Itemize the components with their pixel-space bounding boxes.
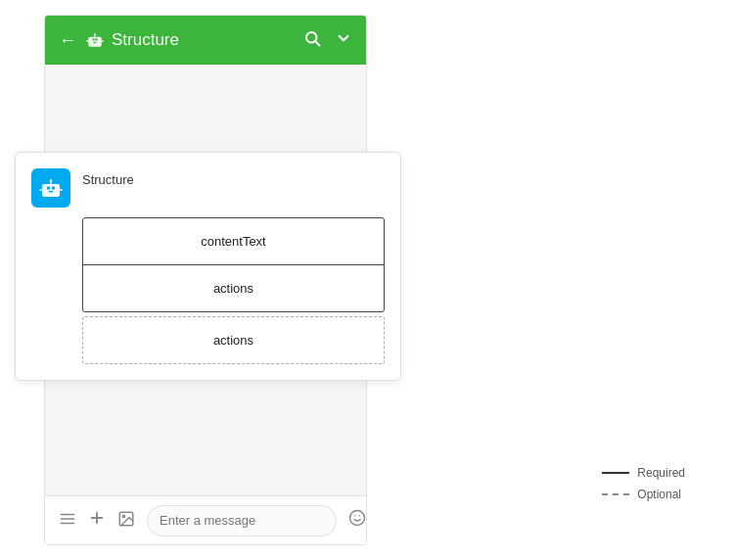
search-icon[interactable] <box>303 29 321 52</box>
svg-rect-23 <box>49 191 54 193</box>
svg-rect-20 <box>42 184 60 197</box>
header-title: Structure <box>112 30 303 50</box>
content-text-item: contentText <box>83 218 384 264</box>
structure-card-header: Structure <box>31 168 385 208</box>
required-label: Required <box>637 466 685 480</box>
menu-icon[interactable] <box>59 510 76 532</box>
svg-rect-22 <box>52 187 55 190</box>
svg-point-5 <box>94 33 96 35</box>
actions-solid-item: actions <box>83 264 384 311</box>
add-icon[interactable] <box>88 509 106 532</box>
svg-rect-2 <box>95 38 97 40</box>
image-icon[interactable] <box>117 510 135 532</box>
message-input[interactable] <box>147 505 337 537</box>
actions-dashed-item: actions <box>82 316 385 364</box>
svg-rect-3 <box>93 42 96 43</box>
legend-required: Required <box>602 466 685 480</box>
phone-header: ← Structure <box>45 16 366 65</box>
svg-point-25 <box>50 179 52 181</box>
structure-content-area: contentText actions actions <box>82 217 385 364</box>
structure-card-label: Structure <box>82 168 134 187</box>
solid-border-group: contentText actions <box>82 217 385 312</box>
optional-line-icon <box>602 493 629 495</box>
back-button[interactable]: ← <box>59 30 76 51</box>
bot-icon <box>84 29 106 51</box>
optional-label: Optional <box>637 488 681 501</box>
svg-line-9 <box>315 41 319 45</box>
svg-point-16 <box>122 515 124 517</box>
emoji-icon[interactable] <box>348 509 366 532</box>
svg-rect-1 <box>93 38 95 40</box>
svg-point-17 <box>350 511 365 526</box>
robot-icon-box <box>31 168 70 208</box>
header-actions <box>303 29 352 52</box>
svg-rect-0 <box>88 37 101 47</box>
required-line-icon <box>602 472 629 474</box>
structure-card: Structure contentText actions actions <box>15 152 401 381</box>
phone-bottom-bar <box>45 495 366 544</box>
svg-rect-21 <box>47 187 50 190</box>
legend-optional: Optional <box>602 488 685 501</box>
chevron-down-icon[interactable] <box>335 29 352 52</box>
legend: Required Optional <box>602 466 685 501</box>
